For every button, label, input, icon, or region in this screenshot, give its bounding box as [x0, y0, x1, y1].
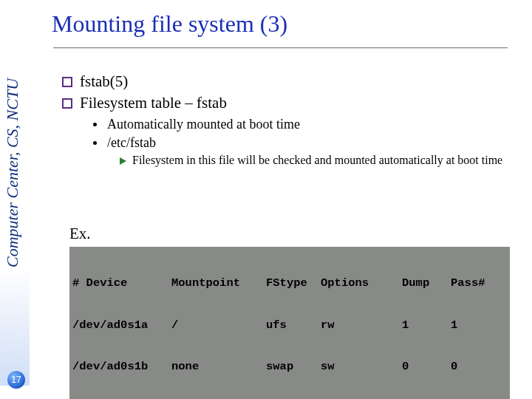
cell: / [171, 318, 266, 332]
cell: 1 [451, 318, 507, 332]
sub-bullet-etc-fstab: /etc/fstab [93, 135, 513, 151]
dot-bullet-icon [93, 141, 97, 145]
title-underline [53, 47, 508, 49]
side-org-label: Computer Center, CS, NCTU [3, 1, 25, 267]
cell: ufs [266, 318, 321, 332]
cell: sw [321, 360, 402, 374]
fstab-row: /dev/ad0s1bnoneswapsw00 [72, 360, 507, 374]
page-number-badge: 17 [7, 371, 25, 389]
sub-bullet-text: Automatically mounted at boot time [107, 117, 300, 132]
fstab-row: /dev/ad0s1a/ufsrw11 [72, 318, 507, 332]
triangle-bullet-icon [120, 157, 126, 165]
cell: 0 [402, 360, 451, 374]
slide-title: Mounting file system (3) [52, 10, 287, 38]
sub-bullets: Automatically mounted at boot time /etc/… [93, 117, 513, 151]
fstab-example-block: # DeviceMountpointFStypeOptionsDumpPass#… [69, 247, 510, 399]
bullet-text: fstab(5) [80, 72, 128, 91]
col-pass: Pass# [451, 276, 507, 290]
subsub-bullet-text: Filesystem in this file will be checked … [132, 154, 502, 167]
cell: 1 [402, 318, 451, 332]
slide: Computer Center, CS, NCTU Mounting file … [0, 0, 532, 399]
subsub-bullets: Filesystem in this file will be checked … [120, 154, 513, 167]
cell: /dev/ad0s1a [72, 318, 171, 332]
bullet-text: Filesystem table – fstab [80, 94, 227, 112]
fstab-header-row: # DeviceMountpointFStypeOptionsDumpPass# [72, 276, 507, 290]
col-mountpoint: Mountpoint [171, 276, 266, 290]
subsub-bullet-filesystem-note: Filesystem in this file will be checked … [120, 154, 513, 167]
cell: swap [266, 360, 321, 374]
cell: rw [321, 318, 402, 332]
cell: 0 [451, 360, 507, 374]
sub-bullet-auto-mount: Automatically mounted at boot time [93, 117, 513, 132]
col-fstype: FStype [266, 276, 321, 290]
cell: none [171, 360, 266, 374]
bullet-filesystem-table: Filesystem table – fstab [62, 94, 513, 112]
col-device: # Device [72, 276, 171, 290]
cell: /dev/ad0s1b [72, 360, 171, 374]
example-label: Ex. [69, 225, 91, 243]
side-gradient [0, 267, 30, 386]
dot-bullet-icon [93, 123, 97, 126]
col-options: Options [321, 276, 402, 290]
square-bullet-icon [62, 77, 72, 87]
square-bullet-icon [62, 98, 72, 109]
content-area: fstab(5) Filesystem table – fstab Automa… [62, 72, 513, 167]
bullet-fstab5: fstab(5) [62, 72, 513, 91]
col-dump: Dump [402, 276, 451, 290]
sub-bullet-text: /etc/fstab [107, 135, 156, 151]
